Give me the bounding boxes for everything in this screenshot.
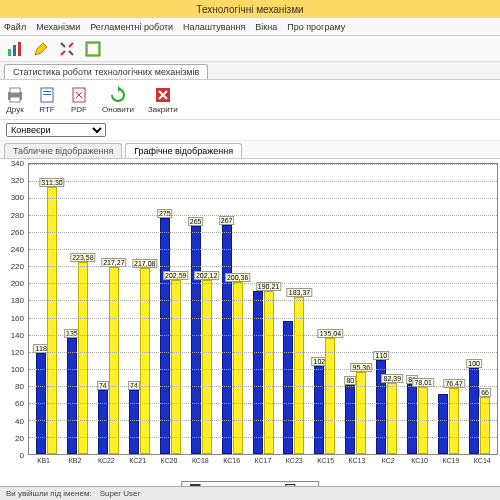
y-tick: 220 <box>11 262 24 271</box>
data-label: 311,30 <box>39 178 64 187</box>
bar-kil: 66 <box>480 397 490 454</box>
y-tick: 140 <box>11 330 24 339</box>
refresh-button[interactable]: Оновити <box>102 86 134 114</box>
data-label: 200,36 <box>225 273 250 282</box>
y-tick: 0 <box>20 451 24 460</box>
x-tick: КС13 <box>341 457 372 473</box>
x-tick: КС18 <box>185 457 216 473</box>
bar-kil: 217,27 <box>109 267 119 454</box>
x-tick: КВ2 <box>59 457 90 473</box>
y-tick: 320 <box>11 176 24 185</box>
bar-kil: 95,36 <box>356 372 366 454</box>
data-label: 267 <box>219 216 235 225</box>
bar-kil: 217,08 <box>140 268 150 454</box>
bar-group: 10066 <box>464 368 495 454</box>
menu-windows[interactable]: Вікна <box>255 22 277 32</box>
window-title: Технологічні механізми <box>196 4 303 15</box>
grid-line <box>29 420 497 421</box>
menu-file[interactable]: Файл <box>4 22 26 32</box>
grid-line <box>29 454 497 455</box>
grid-line <box>29 266 497 267</box>
bar-group: 76,47 <box>433 388 464 454</box>
y-tick: 40 <box>15 416 24 425</box>
filter-row: Конвеєри <box>0 120 500 141</box>
close-button[interactable]: Закрити <box>148 86 178 114</box>
bar-launches: 275 <box>160 218 170 454</box>
y-tick: 80 <box>15 382 24 391</box>
svg-rect-4 <box>88 44 98 54</box>
pdf-button[interactable]: PDF <box>70 86 88 114</box>
bar-kil: 311,30 <box>47 187 57 454</box>
y-tick: 120 <box>11 347 24 356</box>
window-icon[interactable] <box>84 40 102 58</box>
view-tab-strip: Табличне відображення Графічне відображе… <box>0 141 500 159</box>
grid-line <box>29 437 497 438</box>
svg-rect-7 <box>10 97 20 102</box>
rtf-button[interactable]: RTF <box>38 86 56 114</box>
tools-icon[interactable] <box>58 40 76 58</box>
status-label: Ви увійшли під іменем: <box>6 489 92 498</box>
menu-mechanisms[interactable]: Механізми <box>36 22 80 32</box>
y-tick: 180 <box>11 296 24 305</box>
svg-rect-2 <box>18 42 21 56</box>
menu-bar: Файл Механізми Регламентні роботи Налашт… <box>0 18 500 36</box>
bar-group: 74217,27 <box>93 267 124 454</box>
svg-rect-9 <box>43 91 51 92</box>
x-tick: КС17 <box>247 457 278 473</box>
grid-line <box>29 283 497 284</box>
tab-statistics[interactable]: Статистика роботи технологічних механізм… <box>4 64 208 79</box>
print-button[interactable]: Друк <box>6 86 24 114</box>
x-tick: КС20 <box>153 457 184 473</box>
menu-about[interactable]: Про програму <box>287 22 345 32</box>
grid-line <box>29 386 497 387</box>
x-tick: КС14 <box>467 457 498 473</box>
bar-kil: 190,21 <box>264 291 274 454</box>
x-axis: КВ1КВ2КС22КС21КС20КС18КС16КС17КС23КС15КС… <box>28 457 498 473</box>
data-label: 135,04 <box>318 329 343 338</box>
main-tab-strip: Статистика роботи технологічних механізм… <box>0 62 500 80</box>
grid-line <box>29 215 497 216</box>
bar-launches: 102 <box>314 366 324 454</box>
data-label: 202,59 <box>163 271 188 280</box>
grid-line <box>29 352 497 353</box>
bar-group: 11082,39 <box>371 360 402 454</box>
data-label: 66 <box>479 388 491 397</box>
svg-rect-1 <box>13 45 16 56</box>
chart-icon[interactable] <box>6 40 24 58</box>
pencil-icon[interactable] <box>32 40 50 58</box>
svg-rect-6 <box>10 88 20 93</box>
data-label: 223,58 <box>70 253 95 262</box>
bar-launches: 74 <box>129 390 139 454</box>
conveyor-select[interactable]: Конвеєри <box>6 123 106 137</box>
menu-works[interactable]: Регламентні роботи <box>90 22 173 32</box>
y-tick: 300 <box>11 193 24 202</box>
bar-group: 275202,59 <box>155 218 186 454</box>
x-tick: КС16 <box>216 457 247 473</box>
x-tick: КВ1 <box>28 457 59 473</box>
tab-table-view[interactable]: Табличне відображення <box>4 143 122 158</box>
bar-group: 118311,30 <box>31 187 62 454</box>
chart-area: 0204060801001201401601802002202402602803… <box>0 159 500 499</box>
grid-line <box>29 335 497 336</box>
menu-settings[interactable]: Налаштування <box>183 22 245 32</box>
grid-line <box>29 249 497 250</box>
data-label: 265 <box>188 217 204 226</box>
y-tick: 60 <box>15 399 24 408</box>
tab-graph-view[interactable]: Графічне відображення <box>125 143 242 158</box>
bar-group: 183,37 <box>279 297 310 454</box>
svg-rect-10 <box>43 94 51 95</box>
grid-line <box>29 164 497 165</box>
grid-line <box>29 300 497 301</box>
data-label: 95,36 <box>351 363 373 372</box>
bar-launches <box>253 291 263 454</box>
data-label: 183,37 <box>287 288 312 297</box>
y-tick: 260 <box>11 227 24 236</box>
bar-group: 135223,58 <box>62 262 93 454</box>
svg-rect-0 <box>8 49 11 56</box>
y-tick: 20 <box>15 433 24 442</box>
main-toolbar <box>0 36 500 62</box>
y-tick: 340 <box>11 159 24 168</box>
grid-line <box>29 198 497 199</box>
x-tick: КС15 <box>310 457 341 473</box>
bar-group: 74217,08 <box>124 268 155 454</box>
